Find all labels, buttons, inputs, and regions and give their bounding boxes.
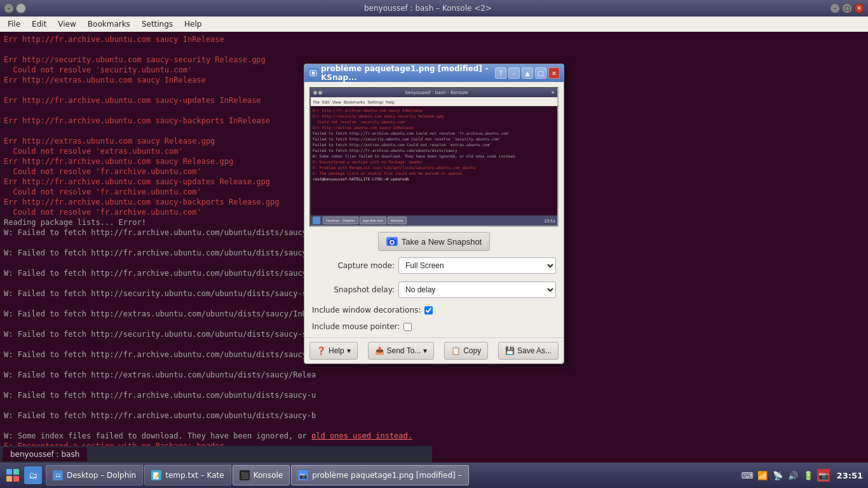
dialog-bottom-buttons: ❓ Help ▾ 📤 Send To... ▾ 📋 Copy 💾 Save As… bbox=[304, 337, 564, 363]
save-as-button[interactable]: 💾 Save As... bbox=[498, 342, 559, 360]
mini-line: E: Problem with MergeList /var/lib/apt/l… bbox=[313, 165, 555, 170]
konsole-titlebar: – benyoussef : bash – Konsole <2> – □ ✕ bbox=[0, 0, 868, 17]
minimize-button[interactable]: – bbox=[4, 3, 14, 13]
dialog-maximize-btn[interactable]: □ bbox=[535, 67, 546, 79]
dialog-help-btn[interactable]: ? bbox=[495, 67, 506, 79]
mini-line: E: Encountered a section with no Package… bbox=[313, 159, 555, 165]
mini-line: Err http://extras.ubuntu.com saucy InRel… bbox=[313, 125, 555, 130]
taskbar-app-konsole[interactable]: ⬛ Konsole bbox=[233, 465, 290, 485]
konsole-title: benyoussef : bash – Konsole <2> bbox=[30, 4, 826, 13]
copy-button[interactable]: 📋 Copy bbox=[444, 342, 488, 360]
taskbar-app-dolphin[interactable]: 🗂 Desktop – Dolphin bbox=[46, 465, 143, 485]
capture-mode-label: Capture mode: bbox=[312, 261, 395, 270]
menu-edit[interactable]: Edit bbox=[27, 18, 51, 30]
svg-point-1 bbox=[312, 72, 315, 75]
dialog-minimize-btn[interactable]: – bbox=[508, 67, 520, 79]
taskbar-apps: 🗂 Desktop – Dolphin 📝 temp.txt – Kate ⬛ … bbox=[46, 465, 740, 485]
mini-close: ✕ bbox=[551, 90, 555, 95]
include-mouse-label: Include mouse pointer: bbox=[312, 322, 400, 331]
terminal-line bbox=[4, 400, 864, 410]
dialog-titlebar: problème paquetage1.png [modified] – KSn… bbox=[304, 64, 564, 82]
mini-line: Failed to fetch http://security.ubuntu.c… bbox=[313, 136, 555, 142]
svg-rect-5 bbox=[6, 469, 12, 475]
send-to-button[interactable]: 📤 Send To... ▾ bbox=[368, 342, 435, 360]
help-icon: ❓ bbox=[316, 346, 326, 355]
screenshot-preview: benyoussef : bash – Konsole ✕ File Edit … bbox=[309, 87, 559, 227]
taskbar: 🗂 🗂 Desktop – Dolphin 📝 temp.txt – Kate … bbox=[0, 463, 868, 488]
screenshot-tray-icon[interactable]: 📷 bbox=[817, 469, 830, 482]
dialog-title: problème paquetage1.png [modified] – KSn… bbox=[321, 64, 492, 82]
mini-line: Failed to fetch http://fr.archive.ubuntu… bbox=[313, 147, 555, 153]
battery-icon[interactable]: 🔋 bbox=[802, 469, 815, 482]
mini-clock: 23:51 bbox=[545, 219, 555, 223]
dialog-shade-btn[interactable]: ▲ bbox=[522, 67, 533, 79]
bluetooth-icon[interactable]: 📡 bbox=[771, 469, 784, 482]
include-decorations-checkbox[interactable] bbox=[424, 306, 433, 315]
svg-rect-4 bbox=[390, 238, 394, 240]
mini-line: Err http://security.ubuntu.com saucy-sec… bbox=[313, 113, 555, 119]
mini-window-title: benyoussef : bash – Konsole bbox=[323, 90, 550, 95]
capture-mode-select-wrapper: Full Screen Window Under Cursor Region bbox=[398, 257, 556, 274]
help-button[interactable]: ❓ Help ▾ bbox=[309, 342, 358, 360]
capture-mode-select[interactable]: Full Screen Window Under Cursor Region bbox=[398, 257, 556, 274]
menu-help[interactable]: Help bbox=[179, 18, 207, 30]
mini-menubar: File Edit View Bookmarks Settings Help bbox=[311, 97, 557, 106]
win-maximize-btn[interactable]: □ bbox=[842, 3, 852, 13]
terminal-line bbox=[4, 44, 864, 55]
ksnapshot-dialog: problème paquetage1.png [modified] – KSn… bbox=[304, 64, 564, 364]
titlebar-buttons: – bbox=[4, 3, 26, 13]
take-snapshot-button[interactable]: Take a New Snapshot bbox=[378, 232, 490, 251]
snapshot-delay-select-wrapper: No delay 1 second 2 seconds 5 seconds bbox=[398, 281, 556, 298]
mini-menu-file: File bbox=[313, 100, 320, 104]
taskbar-clock: 23:51 bbox=[832, 471, 863, 480]
start-button[interactable] bbox=[3, 465, 23, 485]
send-icon: 📤 bbox=[375, 346, 384, 355]
mini-dot bbox=[318, 91, 322, 95]
svg-rect-7 bbox=[6, 476, 12, 482]
win-minimize-btn[interactable]: – bbox=[830, 3, 840, 13]
mini-menu-bookmarks: Bookmarks bbox=[344, 100, 365, 104]
keyboard-icon[interactable]: ⌨ bbox=[741, 469, 754, 482]
mini-line: Failed to fetch http://fr.archive.ubuntu… bbox=[313, 130, 555, 136]
mini-titlebar: benyoussef : bash – Konsole ✕ bbox=[311, 88, 557, 97]
konsole-menubar: File Edit View Bookmarks Settings Help bbox=[0, 17, 868, 32]
menu-settings[interactable]: Settings bbox=[137, 18, 178, 30]
mini-menu-view: View bbox=[332, 100, 341, 104]
snapshot-delay-row: Snapshot delay: No delay 1 second 2 seco… bbox=[309, 280, 559, 299]
save-icon: 💾 bbox=[505, 346, 515, 355]
quick-dolphin-btn[interactable]: 🗂 bbox=[24, 466, 42, 484]
dialog-close-btn[interactable]: ✕ bbox=[548, 67, 560, 79]
mini-line: E: The package lists or status file coul… bbox=[313, 170, 555, 176]
menu-bookmarks[interactable]: Bookmarks bbox=[83, 18, 135, 30]
kate-icon: 📝 bbox=[151, 470, 161, 480]
mini-menu-help: Help bbox=[386, 100, 395, 104]
volume-icon[interactable]: 🔊 bbox=[787, 469, 799, 482]
maximize-button[interactable] bbox=[16, 3, 26, 13]
dialog-content: benyoussef : bash – Konsole ✕ File Edit … bbox=[304, 82, 564, 337]
include-mouse-row: Include mouse pointer: bbox=[309, 321, 559, 332]
taskbar-app-kate[interactable]: 📝 temp.txt – Kate bbox=[144, 465, 231, 485]
mini-dot bbox=[313, 91, 317, 95]
console-tabbar: benyoussef : bash bbox=[0, 446, 432, 463]
ksnapshot-icon bbox=[308, 68, 318, 78]
network-icon[interactable]: 📶 bbox=[756, 469, 769, 482]
menu-file[interactable]: File bbox=[3, 18, 25, 30]
win-close-btn[interactable]: ✕ bbox=[854, 3, 864, 13]
terminal-line: W: Failed to fetch http://extras.ubuntu.… bbox=[4, 370, 864, 380]
include-mouse-checkbox[interactable] bbox=[403, 323, 412, 331]
help-dropdown-arrow: ▾ bbox=[347, 346, 351, 355]
mini-line: W: Some index files failed to download. … bbox=[313, 153, 555, 159]
snapshot-delay-select[interactable]: No delay 1 second 2 seconds 5 seconds bbox=[398, 281, 556, 298]
terminal-line bbox=[4, 380, 864, 390]
mini-line: Failed to fetch http://extras.ubuntu.com… bbox=[313, 142, 555, 147]
konsole-icon: ⬛ bbox=[240, 470, 250, 480]
camera-icon bbox=[386, 237, 398, 246]
taskbar-app-ksnapshot[interactable]: 📷 problème paquetage1.png [modified] – bbox=[291, 465, 468, 485]
menu-view[interactable]: View bbox=[53, 18, 81, 30]
snapshot-delay-label: Snapshot delay: bbox=[312, 285, 395, 294]
dialog-title-buttons: ? – ▲ □ ✕ bbox=[495, 67, 560, 79]
console-tab-bash[interactable]: benyoussef : bash bbox=[3, 447, 87, 461]
ksnapshot-taskbar-icon: 📷 bbox=[298, 470, 308, 480]
include-decorations-row: Include window decorations: bbox=[309, 304, 559, 316]
taskbar-right: ⌨ 📶 📡 🔊 🔋 📷 23:51 bbox=[741, 469, 865, 482]
